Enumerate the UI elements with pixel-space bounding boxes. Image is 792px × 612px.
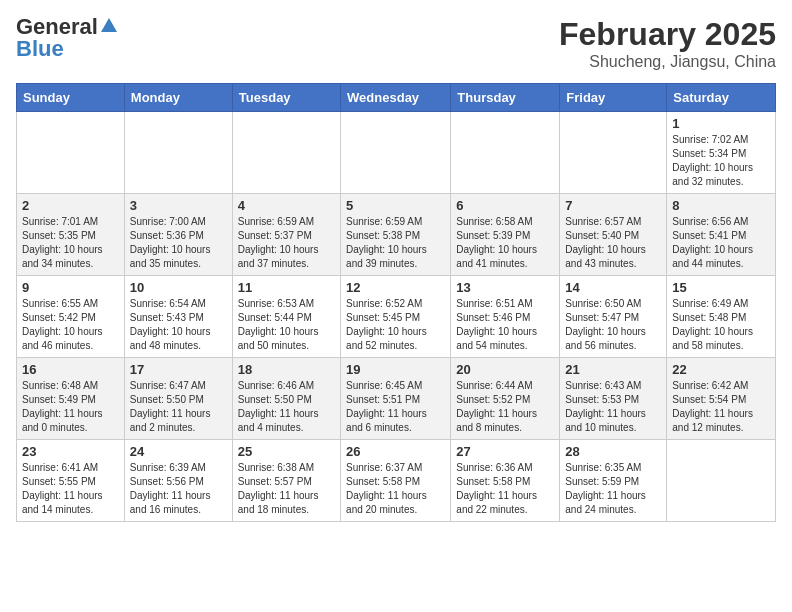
logo: General Blue — [16, 16, 118, 60]
day-number: 10 — [130, 280, 227, 295]
calendar-week-row: 1Sunrise: 7:02 AM Sunset: 5:34 PM Daylig… — [17, 112, 776, 194]
day-info: Sunrise: 6:59 AM Sunset: 5:38 PM Dayligh… — [346, 215, 445, 271]
day-info: Sunrise: 6:53 AM Sunset: 5:44 PM Dayligh… — [238, 297, 335, 353]
title-area: February 2025 Shucheng, Jiangsu, China — [559, 16, 776, 71]
calendar-cell: 15Sunrise: 6:49 AM Sunset: 5:48 PM Dayli… — [667, 276, 776, 358]
logo-general-text: General — [16, 16, 98, 38]
calendar-cell: 5Sunrise: 6:59 AM Sunset: 5:38 PM Daylig… — [341, 194, 451, 276]
day-number: 16 — [22, 362, 119, 377]
day-number: 23 — [22, 444, 119, 459]
calendar-week-row: 23Sunrise: 6:41 AM Sunset: 5:55 PM Dayli… — [17, 440, 776, 522]
day-info: Sunrise: 6:54 AM Sunset: 5:43 PM Dayligh… — [130, 297, 227, 353]
logo-triangle-icon — [100, 16, 118, 34]
day-number: 22 — [672, 362, 770, 377]
day-number: 19 — [346, 362, 445, 377]
weekday-header-saturday: Saturday — [667, 84, 776, 112]
svg-marker-0 — [101, 18, 117, 32]
day-info: Sunrise: 6:48 AM Sunset: 5:49 PM Dayligh… — [22, 379, 119, 435]
day-number: 4 — [238, 198, 335, 213]
location-title: Shucheng, Jiangsu, China — [559, 53, 776, 71]
weekday-header-sunday: Sunday — [17, 84, 125, 112]
day-number: 1 — [672, 116, 770, 131]
calendar-cell: 9Sunrise: 6:55 AM Sunset: 5:42 PM Daylig… — [17, 276, 125, 358]
calendar-cell: 20Sunrise: 6:44 AM Sunset: 5:52 PM Dayli… — [451, 358, 560, 440]
calendar-cell: 6Sunrise: 6:58 AM Sunset: 5:39 PM Daylig… — [451, 194, 560, 276]
day-info: Sunrise: 7:02 AM Sunset: 5:34 PM Dayligh… — [672, 133, 770, 189]
day-info: Sunrise: 6:37 AM Sunset: 5:58 PM Dayligh… — [346, 461, 445, 517]
day-number: 6 — [456, 198, 554, 213]
day-info: Sunrise: 7:00 AM Sunset: 5:36 PM Dayligh… — [130, 215, 227, 271]
calendar-cell: 7Sunrise: 6:57 AM Sunset: 5:40 PM Daylig… — [560, 194, 667, 276]
calendar-cell: 27Sunrise: 6:36 AM Sunset: 5:58 PM Dayli… — [451, 440, 560, 522]
calendar-cell: 11Sunrise: 6:53 AM Sunset: 5:44 PM Dayli… — [232, 276, 340, 358]
header: General Blue February 2025 Shucheng, Jia… — [16, 16, 776, 71]
day-info: Sunrise: 6:38 AM Sunset: 5:57 PM Dayligh… — [238, 461, 335, 517]
calendar-cell: 22Sunrise: 6:42 AM Sunset: 5:54 PM Dayli… — [667, 358, 776, 440]
day-info: Sunrise: 6:50 AM Sunset: 5:47 PM Dayligh… — [565, 297, 661, 353]
day-number: 25 — [238, 444, 335, 459]
calendar-cell: 25Sunrise: 6:38 AM Sunset: 5:57 PM Dayli… — [232, 440, 340, 522]
calendar-week-row: 16Sunrise: 6:48 AM Sunset: 5:49 PM Dayli… — [17, 358, 776, 440]
calendar-cell: 4Sunrise: 6:59 AM Sunset: 5:37 PM Daylig… — [232, 194, 340, 276]
calendar-cell — [667, 440, 776, 522]
weekday-header-wednesday: Wednesday — [341, 84, 451, 112]
calendar-table: SundayMondayTuesdayWednesdayThursdayFrid… — [16, 83, 776, 522]
day-number: 5 — [346, 198, 445, 213]
day-info: Sunrise: 6:51 AM Sunset: 5:46 PM Dayligh… — [456, 297, 554, 353]
calendar-cell: 2Sunrise: 7:01 AM Sunset: 5:35 PM Daylig… — [17, 194, 125, 276]
weekday-header-tuesday: Tuesday — [232, 84, 340, 112]
day-number: 8 — [672, 198, 770, 213]
calendar-cell: 18Sunrise: 6:46 AM Sunset: 5:50 PM Dayli… — [232, 358, 340, 440]
day-info: Sunrise: 6:47 AM Sunset: 5:50 PM Dayligh… — [130, 379, 227, 435]
day-number: 17 — [130, 362, 227, 377]
calendar-cell: 14Sunrise: 6:50 AM Sunset: 5:47 PM Dayli… — [560, 276, 667, 358]
day-number: 3 — [130, 198, 227, 213]
day-info: Sunrise: 6:59 AM Sunset: 5:37 PM Dayligh… — [238, 215, 335, 271]
calendar-cell: 13Sunrise: 6:51 AM Sunset: 5:46 PM Dayli… — [451, 276, 560, 358]
day-number: 21 — [565, 362, 661, 377]
day-number: 15 — [672, 280, 770, 295]
calendar-cell — [17, 112, 125, 194]
day-info: Sunrise: 6:41 AM Sunset: 5:55 PM Dayligh… — [22, 461, 119, 517]
day-info: Sunrise: 6:55 AM Sunset: 5:42 PM Dayligh… — [22, 297, 119, 353]
calendar-cell: 24Sunrise: 6:39 AM Sunset: 5:56 PM Dayli… — [124, 440, 232, 522]
day-info: Sunrise: 6:46 AM Sunset: 5:50 PM Dayligh… — [238, 379, 335, 435]
day-info: Sunrise: 6:43 AM Sunset: 5:53 PM Dayligh… — [565, 379, 661, 435]
day-number: 13 — [456, 280, 554, 295]
calendar-cell: 1Sunrise: 7:02 AM Sunset: 5:34 PM Daylig… — [667, 112, 776, 194]
month-title: February 2025 — [559, 16, 776, 53]
calendar-cell: 3Sunrise: 7:00 AM Sunset: 5:36 PM Daylig… — [124, 194, 232, 276]
day-number: 7 — [565, 198, 661, 213]
day-number: 28 — [565, 444, 661, 459]
day-info: Sunrise: 6:36 AM Sunset: 5:58 PM Dayligh… — [456, 461, 554, 517]
day-number: 2 — [22, 198, 119, 213]
day-number: 12 — [346, 280, 445, 295]
weekday-header-thursday: Thursday — [451, 84, 560, 112]
calendar-week-row: 9Sunrise: 6:55 AM Sunset: 5:42 PM Daylig… — [17, 276, 776, 358]
day-number: 24 — [130, 444, 227, 459]
weekday-header-monday: Monday — [124, 84, 232, 112]
calendar-cell: 16Sunrise: 6:48 AM Sunset: 5:49 PM Dayli… — [17, 358, 125, 440]
day-info: Sunrise: 6:39 AM Sunset: 5:56 PM Dayligh… — [130, 461, 227, 517]
day-info: Sunrise: 6:44 AM Sunset: 5:52 PM Dayligh… — [456, 379, 554, 435]
calendar-cell: 23Sunrise: 6:41 AM Sunset: 5:55 PM Dayli… — [17, 440, 125, 522]
calendar-cell: 12Sunrise: 6:52 AM Sunset: 5:45 PM Dayli… — [341, 276, 451, 358]
day-info: Sunrise: 6:52 AM Sunset: 5:45 PM Dayligh… — [346, 297, 445, 353]
day-info: Sunrise: 6:58 AM Sunset: 5:39 PM Dayligh… — [456, 215, 554, 271]
weekday-header-row: SundayMondayTuesdayWednesdayThursdayFrid… — [17, 84, 776, 112]
day-info: Sunrise: 6:57 AM Sunset: 5:40 PM Dayligh… — [565, 215, 661, 271]
calendar-cell: 19Sunrise: 6:45 AM Sunset: 5:51 PM Dayli… — [341, 358, 451, 440]
calendar-cell: 10Sunrise: 6:54 AM Sunset: 5:43 PM Dayli… — [124, 276, 232, 358]
day-number: 20 — [456, 362, 554, 377]
calendar-cell: 28Sunrise: 6:35 AM Sunset: 5:59 PM Dayli… — [560, 440, 667, 522]
day-number: 27 — [456, 444, 554, 459]
calendar-week-row: 2Sunrise: 7:01 AM Sunset: 5:35 PM Daylig… — [17, 194, 776, 276]
day-info: Sunrise: 6:42 AM Sunset: 5:54 PM Dayligh… — [672, 379, 770, 435]
day-number: 9 — [22, 280, 119, 295]
calendar-cell — [232, 112, 340, 194]
calendar-cell: 21Sunrise: 6:43 AM Sunset: 5:53 PM Dayli… — [560, 358, 667, 440]
day-info: Sunrise: 6:56 AM Sunset: 5:41 PM Dayligh… — [672, 215, 770, 271]
day-info: Sunrise: 6:49 AM Sunset: 5:48 PM Dayligh… — [672, 297, 770, 353]
day-info: Sunrise: 7:01 AM Sunset: 5:35 PM Dayligh… — [22, 215, 119, 271]
calendar-cell: 17Sunrise: 6:47 AM Sunset: 5:50 PM Dayli… — [124, 358, 232, 440]
